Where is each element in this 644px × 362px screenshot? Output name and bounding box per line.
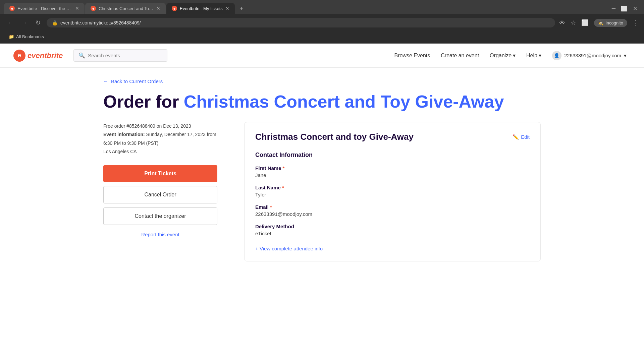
browser-titlebar: e Eventbrite - Discover the Best L... ✕ … <box>0 0 644 14</box>
menu-icon[interactable]: ⋮ <box>633 19 639 26</box>
browser-tab-1[interactable]: e Eventbrite - Discover the Best L... ✕ <box>4 3 85 14</box>
last-name-field: Last Name * Tyler <box>255 185 530 197</box>
order-details: Christmas Concert and toy Give-Away ✏️ E… <box>244 122 541 261</box>
last-name-value: Tyler <box>255 192 530 197</box>
logo-text: eventbrite <box>28 51 63 60</box>
order-sidebar: Free order #8526488409 on Dec 13, 2023 E… <box>103 122 217 237</box>
delivery-method-label: Delivery Method <box>255 224 530 229</box>
cancel-order-button[interactable]: Cancel Order <box>103 186 217 203</box>
logo-letter: e <box>18 52 21 59</box>
address-bar[interactable]: 🔒 eventbrite.com/mytickets/8526488409/ <box>47 18 555 27</box>
first-name-label-text: First Name <box>255 165 281 171</box>
report-event-link[interactable]: Report this event <box>103 232 217 237</box>
extensions-icon[interactable]: ⬜ <box>581 19 589 26</box>
view-attendee-link[interactable]: + View complete attendee info <box>255 246 323 251</box>
create-event-link[interactable]: Create an event <box>437 50 483 61</box>
event-section: Christmas Concert and toy Give-Away ✏️ E… <box>244 122 541 261</box>
order-title-prefix: Order for <box>103 92 184 111</box>
contact-info-title: Contact Information <box>255 152 530 159</box>
window-controls: ─ ⬜ ✕ <box>609 5 640 12</box>
main-content: ← Back to Current Orders Order for Chris… <box>87 68 557 272</box>
minimize-button[interactable]: ─ <box>612 5 615 11</box>
search-input[interactable] <box>88 53 162 58</box>
contact-organizer-button[interactable]: Contact the organizer <box>103 207 217 225</box>
order-meta: Free order #8526488409 on Dec 13, 2023 E… <box>103 122 217 156</box>
event-info-label: Event information: <box>103 132 145 137</box>
close-window-button[interactable]: ✕ <box>633 5 637 12</box>
back-arrow-icon: ← <box>103 78 108 84</box>
browser-tab-2[interactable]: e Christmas Concert and Toy Give... ✕ <box>85 3 166 14</box>
tab-title-2: Christmas Concert and Toy Give... <box>99 6 154 11</box>
event-info-line: Event information: Sunday, December 17, … <box>103 130 217 147</box>
user-icon: 👤 <box>552 51 561 60</box>
tab-close-1[interactable]: ✕ <box>75 6 79 11</box>
email-required: * <box>270 204 272 210</box>
logo-icon: e <box>13 50 25 62</box>
order-layout: Free order #8526488409 on Dec 13, 2023 E… <box>103 122 541 261</box>
tab-favicon-1: e <box>9 6 15 11</box>
event-section-title: Christmas Concert and toy Give-Away <box>255 132 414 142</box>
back-to-orders-link[interactable]: ← Back to Current Orders <box>103 78 541 84</box>
all-bookmarks[interactable]: 📁 All Bookmarks <box>5 33 47 41</box>
print-tickets-button[interactable]: Print Tickets <box>103 165 217 182</box>
tab-title-1: Eventbrite - Discover the Best L... <box>17 6 72 11</box>
free-order-info: Free order #8526488409 on Dec 13, 2023 <box>103 122 217 130</box>
contact-info-section: Contact Information First Name * Jane <box>255 152 530 252</box>
bookmarks-folder-icon: 📁 <box>9 34 14 39</box>
user-chevron-icon: ▾ <box>624 53 627 59</box>
email-value: 22633391@moodjoy.com <box>255 211 530 217</box>
edit-button[interactable]: ✏️ Edit <box>513 134 530 140</box>
bookmarks-bar: 📁 All Bookmarks <box>0 32 644 44</box>
first-name-field: First Name * Jane <box>255 165 530 178</box>
back-button[interactable]: ← <box>5 18 15 28</box>
email-field: Email * 22633391@moodjoy.com <box>255 204 530 217</box>
event-section-header: Christmas Concert and toy Give-Away ✏️ E… <box>255 132 530 142</box>
incognito-label: Incognito <box>605 20 623 25</box>
first-name-value: Jane <box>255 172 530 178</box>
email-label: Email * <box>255 204 530 210</box>
star-icon[interactable]: ☆ <box>571 19 576 26</box>
order-title: Order for Christmas Concert and Toy Give… <box>103 92 541 111</box>
user-email: 22633391@moodjoy.com <box>564 53 621 58</box>
bookmarks-label: All Bookmarks <box>16 34 44 39</box>
browser-chrome: e Eventbrite - Discover the Best L... ✕ … <box>0 0 644 44</box>
page-content: e eventbrite 🔍 Browse Events Create an e… <box>0 44 644 332</box>
nav-links: Browse Events Create an event Organize ▾… <box>390 48 631 63</box>
forward-button[interactable]: → <box>19 18 30 28</box>
organize-chevron-icon: ▾ <box>513 52 516 59</box>
first-name-label: First Name * <box>255 165 530 171</box>
browser-tab-3[interactable]: e Eventbrite - My tickets ✕ <box>166 3 235 14</box>
refresh-button[interactable]: ↻ <box>34 18 43 28</box>
browse-events-link[interactable]: Browse Events <box>390 50 434 61</box>
tab-favicon-2: e <box>91 6 96 11</box>
tab-favicon-3: e <box>172 6 177 11</box>
email-label-text: Email <box>255 204 269 210</box>
organize-label: Organize <box>490 53 512 59</box>
tab-title-3: Eventbrite - My tickets <box>180 6 223 11</box>
edit-icon: ✏️ <box>513 134 519 140</box>
eye-icon[interactable]: 👁 <box>559 19 565 26</box>
toolbar-icons: 👁 ☆ ⬜ 🕵 Incognito ⋮ <box>559 19 639 27</box>
user-account-button[interactable]: 👤 22633391@moodjoy.com ▾ <box>548 48 631 63</box>
order-title-event: Christmas Concert and Toy Give-Away <box>184 92 504 111</box>
maximize-button[interactable]: ⬜ <box>621 5 628 12</box>
incognito-icon: 🕵 <box>598 20 603 25</box>
search-icon: 🔍 <box>78 52 85 59</box>
back-label: Back to Current Orders <box>111 78 163 84</box>
eventbrite-nav: e eventbrite 🔍 Browse Events Create an e… <box>0 44 644 68</box>
browser-toolbar: ← → ↻ 🔒 eventbrite.com/mytickets/8526488… <box>0 14 644 32</box>
delivery-method-value: eTicket <box>255 231 530 236</box>
last-name-required: * <box>282 185 284 190</box>
eventbrite-logo[interactable]: e eventbrite <box>13 50 63 62</box>
incognito-badge: 🕵 Incognito <box>594 19 627 27</box>
help-label: Help <box>526 53 537 59</box>
search-bar[interactable]: 🔍 <box>73 49 167 62</box>
tab-close-2[interactable]: ✕ <box>156 6 160 11</box>
browser-tabs: e Eventbrite - Discover the Best L... ✕ … <box>4 3 609 14</box>
last-name-label: Last Name * <box>255 185 530 190</box>
organize-menu[interactable]: Organize ▾ <box>486 50 520 61</box>
event-location: Los Angeles CA <box>103 147 217 156</box>
new-tab-button[interactable]: + <box>237 3 246 14</box>
help-menu[interactable]: Help ▾ <box>522 50 545 61</box>
tab-close-3[interactable]: ✕ <box>225 6 229 11</box>
